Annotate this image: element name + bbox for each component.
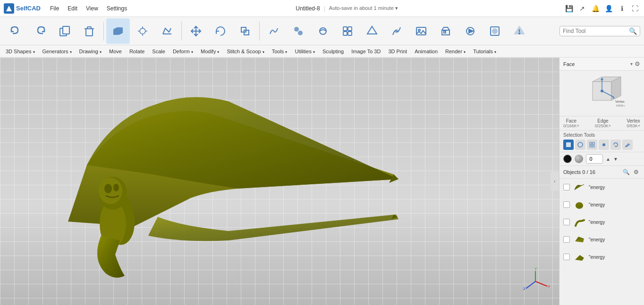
tools-button[interactable] bbox=[336, 18, 359, 44]
rotate-button[interactable] bbox=[209, 18, 232, 44]
3d-canvas: X Y Z bbox=[0, 58, 559, 305]
layer-input[interactable]: 0 bbox=[586, 154, 603, 164]
undo-button[interactable] bbox=[4, 18, 27, 44]
redo-button[interactable] bbox=[28, 18, 52, 44]
image-to-3d-button[interactable] bbox=[409, 18, 433, 44]
svg-rect-66 bbox=[590, 145, 592, 147]
menu-edit[interactable]: Edit bbox=[65, 3, 80, 14]
obj-checkbox-3[interactable] bbox=[563, 219, 570, 225]
svg-point-18 bbox=[294, 27, 299, 32]
right-panel: Face ▾ ⚙ Vertex 0/83K+ bbox=[559, 58, 644, 305]
menu-file[interactable]: File bbox=[47, 3, 62, 14]
menu-settings[interactable]: Settings bbox=[104, 3, 130, 14]
scale-button[interactable] bbox=[233, 18, 257, 44]
color-picker[interactable] bbox=[563, 155, 572, 163]
fullscreen-icon[interactable]: ⛶ bbox=[630, 3, 640, 14]
search-objects-icon[interactable]: 🔍 bbox=[622, 168, 630, 176]
share-icon[interactable]: ↗ bbox=[577, 3, 587, 14]
menu-utilities[interactable]: Utilities ▾ bbox=[291, 48, 319, 55]
selection-tools-label: Selection Tools bbox=[563, 132, 640, 138]
menu-tools[interactable]: Tools ▾ bbox=[268, 48, 291, 55]
obj-thumbnail-3 bbox=[573, 215, 586, 229]
list-item[interactable]: "energy bbox=[559, 248, 644, 266]
sphere-display[interactable] bbox=[575, 155, 583, 163]
layer-stepper-down[interactable]: ▼ bbox=[613, 157, 618, 162]
svg-text:X: X bbox=[548, 284, 550, 289]
3d-shapes-button[interactable] bbox=[106, 18, 130, 44]
menu-view[interactable]: View bbox=[83, 3, 101, 14]
menu-render[interactable]: Render ▾ bbox=[441, 48, 469, 55]
svg-line-46 bbox=[535, 281, 547, 286]
obj-thumbnail-1 bbox=[573, 181, 586, 194]
utilities-button[interactable] bbox=[360, 18, 384, 44]
orientation-cube[interactable]: Vertex 0/83K+ bbox=[578, 74, 626, 112]
obj-checkbox-2[interactable] bbox=[563, 201, 570, 208]
save-icon[interactable]: 💾 bbox=[564, 3, 574, 14]
menu-image-to-3d[interactable]: Image To 3D bbox=[347, 48, 384, 55]
svg-point-20 bbox=[320, 28, 326, 34]
svg-line-48 bbox=[526, 281, 535, 289]
svg-point-26 bbox=[395, 30, 398, 33]
copy-button[interactable] bbox=[53, 18, 76, 44]
svg-rect-23 bbox=[343, 32, 347, 35]
layer-stepper-up[interactable]: ▲ bbox=[606, 157, 610, 162]
deform-button[interactable] bbox=[262, 18, 286, 44]
face-dropdown-arrow[interactable]: ▾ bbox=[630, 61, 633, 66]
vertex-select-button[interactable] bbox=[599, 140, 609, 150]
settings-gear-icon[interactable]: ⚙ bbox=[635, 60, 640, 67]
grid-select-button[interactable] bbox=[587, 140, 597, 150]
find-tool-search[interactable]: 🔍 bbox=[559, 26, 640, 36]
menu-generators[interactable]: Generators ▾ bbox=[39, 48, 76, 55]
box-select-button[interactable] bbox=[563, 140, 574, 150]
user-icon[interactable]: 👤 bbox=[603, 3, 614, 14]
find-tool-input[interactable] bbox=[563, 28, 629, 34]
menu-stitch[interactable]: Stitch & Scoop ▾ bbox=[223, 48, 268, 55]
svg-rect-2 bbox=[63, 26, 69, 34]
paint-select-button[interactable] bbox=[622, 140, 633, 150]
svg-text:0/83K+: 0/83K+ bbox=[616, 104, 626, 107]
menu-move[interactable]: Move bbox=[105, 48, 126, 55]
svg-point-42 bbox=[104, 184, 112, 193]
obj-checkbox-5[interactable] bbox=[563, 254, 570, 260]
objects-settings-icon[interactable]: ⚙ bbox=[632, 168, 640, 176]
menu-rotate[interactable]: Rotate bbox=[126, 48, 148, 55]
menu-drawing[interactable]: Drawing ▾ bbox=[76, 48, 105, 55]
tutorials-button[interactable] bbox=[508, 18, 531, 44]
svg-text:Y: Y bbox=[534, 267, 537, 271]
sphere-select-button[interactable] bbox=[575, 140, 585, 150]
list-item[interactable]: "energy bbox=[559, 214, 644, 231]
menu-sculpting[interactable]: Sculpting bbox=[319, 48, 347, 55]
lasso-select-button[interactable] bbox=[610, 140, 621, 150]
menu-scale[interactable]: Scale bbox=[148, 48, 169, 55]
obj-thumbnail-4 bbox=[573, 233, 586, 246]
animation-button[interactable] bbox=[458, 18, 482, 44]
list-item[interactable]: "energy bbox=[559, 231, 644, 248]
menu-deform[interactable]: Deform ▾ bbox=[169, 48, 197, 55]
menu-3dprint[interactable]: 3D Print bbox=[384, 48, 411, 55]
collapse-panel-button[interactable]: ‹ bbox=[551, 172, 559, 191]
menu-modify[interactable]: Modify ▾ bbox=[197, 48, 223, 55]
viewport[interactable]: X Y Z ‹ bbox=[0, 58, 559, 305]
svg-rect-65 bbox=[593, 142, 594, 144]
list-item[interactable]: "energy bbox=[559, 196, 644, 214]
sculpting-button[interactable] bbox=[385, 18, 408, 44]
menu-3dshapes[interactable]: 3D Shapes ▾ bbox=[2, 48, 39, 55]
generators-button[interactable] bbox=[131, 18, 154, 44]
help-icon[interactable]: ℹ bbox=[617, 3, 627, 14]
modify-button[interactable] bbox=[287, 18, 310, 44]
face-mode-bar: Face ▾ ⚙ bbox=[559, 58, 644, 71]
render-button[interactable] bbox=[483, 18, 507, 44]
obj-checkbox-4[interactable] bbox=[563, 236, 570, 243]
menu-bar: 3D Shapes ▾ Generators ▾ Drawing ▾ Move … bbox=[0, 45, 644, 58]
3d-print-button[interactable] bbox=[434, 18, 458, 44]
drawing-button[interactable] bbox=[155, 18, 179, 44]
menu-tutorials[interactable]: Tutorials ▾ bbox=[469, 48, 500, 55]
menu-animation[interactable]: Animation bbox=[411, 48, 441, 55]
notification-icon[interactable]: 🔔 bbox=[590, 3, 601, 14]
stitch-scoop-button[interactable] bbox=[311, 18, 335, 44]
obj-checkbox-1[interactable] bbox=[563, 184, 570, 190]
svg-point-19 bbox=[298, 31, 303, 35]
delete-button[interactable] bbox=[77, 18, 101, 44]
move-button[interactable] bbox=[184, 18, 208, 44]
list-item[interactable]: "energy bbox=[559, 179, 644, 196]
